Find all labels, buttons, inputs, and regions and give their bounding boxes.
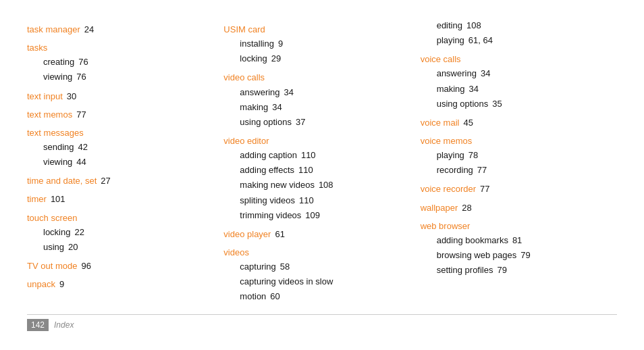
index-entry: adding caption110 [223, 149, 413, 162]
entry-page: 81 [512, 235, 522, 245]
entry-term: using options [437, 99, 489, 109]
entry-term: locking [43, 227, 70, 237]
entry-term: trimming videos [240, 210, 301, 220]
index-entry: tasks [27, 41, 217, 55]
entry-term: voice calls [421, 54, 461, 64]
entry-term: capturing [240, 261, 275, 272]
index-entry: playing78 [421, 149, 610, 162]
entry-term: tasks [27, 43, 47, 53]
entry-page: 34 [272, 102, 281, 112]
entry-page: 29 [271, 53, 281, 64]
entry-term: playing [437, 150, 464, 160]
index-entry: motion60 [223, 290, 413, 303]
index-entry: answering34 [223, 86, 413, 99]
entry-term: text messages [27, 128, 84, 138]
entry-term: text input [27, 91, 63, 101]
entry-term: videos [223, 247, 249, 257]
entry-term: USIM card [223, 24, 265, 34]
index-entry: browsing web pages79 [421, 249, 610, 262]
index-entry: installing9 [223, 37, 413, 51]
entry-term: motion [240, 291, 266, 301]
index-entry: viewing76 [27, 70, 217, 84]
index-entry: voice mail45 [421, 116, 610, 130]
index-entry: locking29 [223, 52, 413, 66]
index-entry: video calls [223, 71, 413, 84]
entry-term: unpack [27, 279, 55, 289]
entry-term: text memos [27, 109, 72, 120]
entry-page: 101 [51, 194, 65, 204]
index-entry: time and date, set27 [27, 174, 217, 188]
index-entry: playing61, 64 [421, 34, 610, 47]
entry-page: 42 [78, 142, 88, 152]
entry-term: voice memos [421, 136, 473, 146]
entry-term: capturing videos in slow [240, 276, 333, 286]
index-entry: text memos77 [27, 108, 217, 122]
index-entry: sending42 [27, 141, 217, 154]
entry-page: 27 [101, 176, 110, 186]
index-entry: web browser [421, 220, 610, 233]
footer-page-number: 142 [27, 319, 49, 331]
entry-term: creating [43, 57, 74, 67]
index-entry: using options35 [421, 97, 610, 111]
index-entry: trimming videos109 [223, 209, 413, 222]
index-entry: text messages [27, 126, 217, 140]
index-entry: USIM card [223, 23, 413, 36]
index-entry: unpack9 [27, 278, 217, 291]
entry-term: answering [240, 87, 279, 97]
entry-term: setting profiles [437, 265, 493, 275]
entry-page: 96 [81, 261, 90, 271]
content-area: task manager24taskscreating76viewing76te… [27, 19, 617, 306]
index-entry: creating76 [27, 55, 217, 69]
entry-term: viewing [43, 157, 72, 167]
entry-term: wallpaper [421, 203, 458, 213]
entry-term: recording [437, 165, 473, 175]
entry-page: 28 [462, 203, 471, 213]
entry-term: playing [437, 35, 464, 45]
entry-page: 76 [76, 72, 86, 82]
index-entry: wallpaper28 [421, 201, 610, 215]
index-entry: text input30 [27, 90, 217, 103]
entry-page: 61 [275, 229, 284, 239]
entry-term: video editor [223, 136, 269, 146]
page: task manager24taskscreating76viewing76te… [0, 0, 644, 350]
entry-term: making [240, 102, 268, 112]
entry-page: 34 [469, 84, 479, 94]
index-entry: answering34 [421, 67, 610, 80]
entry-term: locking [240, 53, 267, 64]
entry-page: 34 [481, 68, 490, 78]
entry-page: 30 [67, 91, 76, 101]
entry-page: 77 [477, 165, 487, 175]
index-entry: capturing videos in slow [223, 275, 413, 289]
entry-term: browsing web pages [437, 250, 517, 260]
entry-term: task manager [27, 24, 80, 34]
index-entry: voice calls [421, 53, 610, 66]
index-entry: video player61 [223, 228, 413, 241]
entry-page: 77 [480, 184, 489, 194]
index-column-col2: USIM cardinstalling9locking29video calls… [223, 19, 420, 306]
index-entry: adding effects110 [223, 164, 413, 177]
entry-term: video player [223, 229, 271, 239]
index-entry: recording77 [421, 164, 610, 177]
index-entry: voice memos [421, 134, 610, 148]
entry-page: 24 [84, 24, 94, 34]
index-entry: using options37 [223, 116, 413, 129]
index-entry: making34 [223, 101, 413, 114]
footer: 142 Index [27, 314, 617, 331]
entry-term: using options [240, 117, 292, 127]
entry-term: TV out mode [27, 261, 77, 271]
index-entry: touch screen [27, 211, 217, 225]
entry-page: 78 [468, 150, 478, 160]
entry-page: 110 [298, 165, 313, 175]
entry-term: making [437, 84, 465, 94]
index-entry: locking22 [27, 226, 217, 239]
entry-term: web browser [421, 221, 471, 231]
entry-term: answering [437, 68, 477, 78]
entry-page: 110 [299, 195, 314, 205]
entry-page: 76 [78, 57, 88, 67]
entry-page: 58 [280, 261, 290, 272]
index-entry: viewing44 [27, 155, 217, 169]
entry-page: 45 [463, 118, 473, 128]
entry-term: voice mail [421, 118, 460, 128]
entry-page: 9 [59, 279, 64, 289]
entry-term: spliting videos [240, 195, 295, 205]
